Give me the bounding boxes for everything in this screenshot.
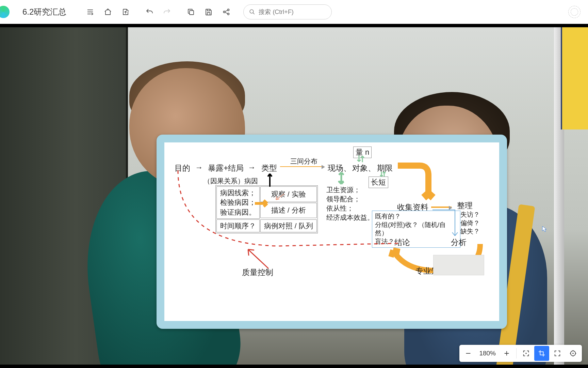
arrow-icon (280, 166, 324, 167)
zoom-toolbar: 180% (459, 345, 582, 362)
canvas-area[interactable]: 目的 → 暴露+结局 → 类型 三间分布 现场、 对象、 期限 量 n 长短 （… (0, 24, 588, 368)
svg-rect-0 (190, 11, 194, 15)
zoom-in-button[interactable] (499, 346, 514, 361)
knowledge-placeholder (433, 255, 484, 275)
crop-button[interactable] (534, 346, 549, 361)
search-icon (249, 9, 255, 15)
top-toolbar: 6.2研究汇总 (0, 0, 588, 24)
content-frame: 目的 → 暴露+结局 → 类型 三间分布 现场、 对象、 期限 量 n 长短 （… (0, 27, 588, 365)
separator (516, 348, 517, 358)
export-button[interactable] (118, 4, 133, 19)
search-field[interactable] (243, 4, 332, 19)
outline-button[interactable] (83, 4, 98, 19)
copy-button[interactable] (183, 4, 198, 19)
svg-point-5 (525, 353, 527, 354)
svg-point-7 (572, 353, 574, 354)
app-logo (0, 6, 10, 18)
undo-button[interactable] (142, 4, 157, 19)
document-title: 6.2研究汇总 (22, 6, 66, 17)
zoom-value[interactable]: 180% (476, 350, 499, 357)
node-arrange: 整理 (457, 200, 473, 211)
zoom-out-button[interactable] (461, 346, 476, 361)
home-button[interactable] (100, 4, 115, 19)
locate-button[interactable] (566, 346, 581, 361)
dashed-curve-icon (175, 168, 407, 250)
user-avatar[interactable] (568, 6, 581, 18)
fit-view-button[interactable] (519, 346, 534, 361)
node-qc: 质量控制 (242, 267, 273, 278)
issue-line: 失访？ (460, 211, 480, 218)
redo-button[interactable] (160, 4, 175, 19)
search-input[interactable] (259, 9, 323, 16)
save-button[interactable] (201, 4, 216, 19)
arrow-icon (431, 206, 452, 208)
issue-line: 偏倚？ (460, 219, 480, 227)
fullscreen-button[interactable] (550, 346, 565, 361)
double-arrow-icon (356, 155, 366, 164)
svg-point-4 (250, 10, 254, 13)
thin-arrow-icon (431, 209, 458, 239)
issue-line: 缺失？ (460, 228, 480, 235)
cursor-icon (542, 226, 547, 232)
issues-list: 失访？ 偏倚？ 缺失？ (460, 211, 480, 236)
share-button[interactable] (219, 4, 234, 19)
slide-content: 目的 → 暴露+结局 → 类型 三间分布 现场、 对象、 期限 量 n 长短 （… (164, 142, 499, 321)
slide-card: 目的 → 暴露+结局 → 类型 三间分布 现场、 对象、 期限 量 n 长短 （… (157, 135, 507, 329)
node-distribution: 三间分布 (290, 157, 317, 166)
